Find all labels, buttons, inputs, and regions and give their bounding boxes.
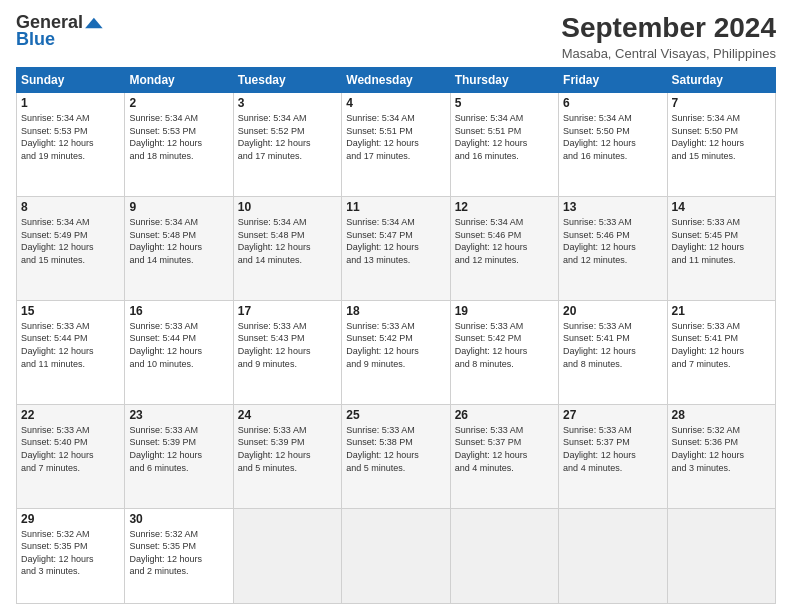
calendar-cell: 5Sunrise: 5:34 AM Sunset: 5:51 PM Daylig…: [450, 93, 558, 197]
day-number: 11: [346, 200, 445, 214]
calendar-row: 8Sunrise: 5:34 AM Sunset: 5:49 PM Daylig…: [17, 196, 776, 300]
day-info: Sunrise: 5:33 AM Sunset: 5:39 PM Dayligh…: [238, 424, 337, 474]
day-info: Sunrise: 5:33 AM Sunset: 5:44 PM Dayligh…: [129, 320, 228, 370]
month-year: September 2024: [561, 12, 776, 44]
day-number: 25: [346, 408, 445, 422]
day-number: 29: [21, 512, 120, 526]
calendar-cell: 6Sunrise: 5:34 AM Sunset: 5:50 PM Daylig…: [559, 93, 667, 197]
day-info: Sunrise: 5:34 AM Sunset: 5:53 PM Dayligh…: [21, 112, 120, 162]
calendar-cell: 21Sunrise: 5:33 AM Sunset: 5:41 PM Dayli…: [667, 300, 775, 404]
day-info: Sunrise: 5:34 AM Sunset: 5:48 PM Dayligh…: [238, 216, 337, 266]
day-number: 19: [455, 304, 554, 318]
day-info: Sunrise: 5:33 AM Sunset: 5:37 PM Dayligh…: [455, 424, 554, 474]
calendar-cell: 22Sunrise: 5:33 AM Sunset: 5:40 PM Dayli…: [17, 404, 125, 508]
day-info: Sunrise: 5:33 AM Sunset: 5:39 PM Dayligh…: [129, 424, 228, 474]
day-info: Sunrise: 5:34 AM Sunset: 5:50 PM Dayligh…: [563, 112, 662, 162]
day-info: Sunrise: 5:33 AM Sunset: 5:41 PM Dayligh…: [563, 320, 662, 370]
calendar-cell: 30Sunrise: 5:32 AM Sunset: 5:35 PM Dayli…: [125, 508, 233, 603]
calendar-cell: 26Sunrise: 5:33 AM Sunset: 5:37 PM Dayli…: [450, 404, 558, 508]
day-info: Sunrise: 5:32 AM Sunset: 5:35 PM Dayligh…: [21, 528, 120, 578]
calendar-cell: 19Sunrise: 5:33 AM Sunset: 5:42 PM Dayli…: [450, 300, 558, 404]
day-info: Sunrise: 5:34 AM Sunset: 5:52 PM Dayligh…: [238, 112, 337, 162]
day-info: Sunrise: 5:33 AM Sunset: 5:42 PM Dayligh…: [346, 320, 445, 370]
day-info: Sunrise: 5:34 AM Sunset: 5:48 PM Dayligh…: [129, 216, 228, 266]
location: Masaba, Central Visayas, Philippines: [561, 46, 776, 61]
calendar-cell: [450, 508, 558, 603]
day-info: Sunrise: 5:33 AM Sunset: 5:41 PM Dayligh…: [672, 320, 771, 370]
day-number: 12: [455, 200, 554, 214]
day-number: 4: [346, 96, 445, 110]
calendar-row: 29Sunrise: 5:32 AM Sunset: 5:35 PM Dayli…: [17, 508, 776, 603]
calendar-cell: 16Sunrise: 5:33 AM Sunset: 5:44 PM Dayli…: [125, 300, 233, 404]
day-number: 17: [238, 304, 337, 318]
day-info: Sunrise: 5:33 AM Sunset: 5:46 PM Dayligh…: [563, 216, 662, 266]
calendar-cell: 14Sunrise: 5:33 AM Sunset: 5:45 PM Dayli…: [667, 196, 775, 300]
calendar-cell: 17Sunrise: 5:33 AM Sunset: 5:43 PM Dayli…: [233, 300, 341, 404]
day-number: 6: [563, 96, 662, 110]
calendar-cell: 8Sunrise: 5:34 AM Sunset: 5:49 PM Daylig…: [17, 196, 125, 300]
svg-marker-0: [85, 18, 103, 29]
calendar-cell: 4Sunrise: 5:34 AM Sunset: 5:51 PM Daylig…: [342, 93, 450, 197]
logo-blue: Blue: [16, 29, 55, 50]
day-info: Sunrise: 5:34 AM Sunset: 5:51 PM Dayligh…: [455, 112, 554, 162]
logo: General Blue: [16, 12, 103, 50]
calendar-cell: 18Sunrise: 5:33 AM Sunset: 5:42 PM Dayli…: [342, 300, 450, 404]
day-info: Sunrise: 5:32 AM Sunset: 5:35 PM Dayligh…: [129, 528, 228, 578]
day-number: 18: [346, 304, 445, 318]
weekday-header: Saturday: [667, 68, 775, 93]
day-number: 23: [129, 408, 228, 422]
calendar-cell: 24Sunrise: 5:33 AM Sunset: 5:39 PM Dayli…: [233, 404, 341, 508]
day-number: 14: [672, 200, 771, 214]
day-number: 13: [563, 200, 662, 214]
calendar-cell: 15Sunrise: 5:33 AM Sunset: 5:44 PM Dayli…: [17, 300, 125, 404]
weekday-header: Tuesday: [233, 68, 341, 93]
day-info: Sunrise: 5:33 AM Sunset: 5:37 PM Dayligh…: [563, 424, 662, 474]
calendar-body: 1Sunrise: 5:34 AM Sunset: 5:53 PM Daylig…: [17, 93, 776, 604]
calendar-cell: 13Sunrise: 5:33 AM Sunset: 5:46 PM Dayli…: [559, 196, 667, 300]
calendar-cell: 1Sunrise: 5:34 AM Sunset: 5:53 PM Daylig…: [17, 93, 125, 197]
day-number: 9: [129, 200, 228, 214]
calendar-row: 1Sunrise: 5:34 AM Sunset: 5:53 PM Daylig…: [17, 93, 776, 197]
day-number: 28: [672, 408, 771, 422]
calendar-cell: 2Sunrise: 5:34 AM Sunset: 5:53 PM Daylig…: [125, 93, 233, 197]
weekday-header: Thursday: [450, 68, 558, 93]
day-number: 21: [672, 304, 771, 318]
day-info: Sunrise: 5:33 AM Sunset: 5:42 PM Dayligh…: [455, 320, 554, 370]
day-number: 1: [21, 96, 120, 110]
day-number: 24: [238, 408, 337, 422]
calendar-table: SundayMondayTuesdayWednesdayThursdayFrid…: [16, 67, 776, 604]
calendar-cell: 11Sunrise: 5:34 AM Sunset: 5:47 PM Dayli…: [342, 196, 450, 300]
logo-icon: [83, 16, 103, 30]
calendar-cell: 28Sunrise: 5:32 AM Sunset: 5:36 PM Dayli…: [667, 404, 775, 508]
day-info: Sunrise: 5:34 AM Sunset: 5:53 PM Dayligh…: [129, 112, 228, 162]
day-info: Sunrise: 5:33 AM Sunset: 5:44 PM Dayligh…: [21, 320, 120, 370]
calendar-cell: 3Sunrise: 5:34 AM Sunset: 5:52 PM Daylig…: [233, 93, 341, 197]
day-info: Sunrise: 5:34 AM Sunset: 5:46 PM Dayligh…: [455, 216, 554, 266]
weekday-header: Wednesday: [342, 68, 450, 93]
day-number: 10: [238, 200, 337, 214]
calendar-cell: [667, 508, 775, 603]
calendar-cell: 27Sunrise: 5:33 AM Sunset: 5:37 PM Dayli…: [559, 404, 667, 508]
day-number: 2: [129, 96, 228, 110]
calendar-row: 15Sunrise: 5:33 AM Sunset: 5:44 PM Dayli…: [17, 300, 776, 404]
day-number: 30: [129, 512, 228, 526]
calendar-header-row: SundayMondayTuesdayWednesdayThursdayFrid…: [17, 68, 776, 93]
day-number: 7: [672, 96, 771, 110]
header: General Blue September 2024 Masaba, Cent…: [16, 12, 776, 61]
calendar-cell: 12Sunrise: 5:34 AM Sunset: 5:46 PM Dayli…: [450, 196, 558, 300]
calendar-cell: 7Sunrise: 5:34 AM Sunset: 5:50 PM Daylig…: [667, 93, 775, 197]
day-info: Sunrise: 5:33 AM Sunset: 5:43 PM Dayligh…: [238, 320, 337, 370]
weekday-header: Sunday: [17, 68, 125, 93]
day-info: Sunrise: 5:34 AM Sunset: 5:47 PM Dayligh…: [346, 216, 445, 266]
day-info: Sunrise: 5:34 AM Sunset: 5:50 PM Dayligh…: [672, 112, 771, 162]
calendar-cell: [233, 508, 341, 603]
title-block: September 2024 Masaba, Central Visayas, …: [561, 12, 776, 61]
day-number: 15: [21, 304, 120, 318]
day-number: 27: [563, 408, 662, 422]
calendar-cell: [342, 508, 450, 603]
weekday-header: Friday: [559, 68, 667, 93]
calendar-row: 22Sunrise: 5:33 AM Sunset: 5:40 PM Dayli…: [17, 404, 776, 508]
day-number: 20: [563, 304, 662, 318]
day-info: Sunrise: 5:32 AM Sunset: 5:36 PM Dayligh…: [672, 424, 771, 474]
day-info: Sunrise: 5:33 AM Sunset: 5:38 PM Dayligh…: [346, 424, 445, 474]
